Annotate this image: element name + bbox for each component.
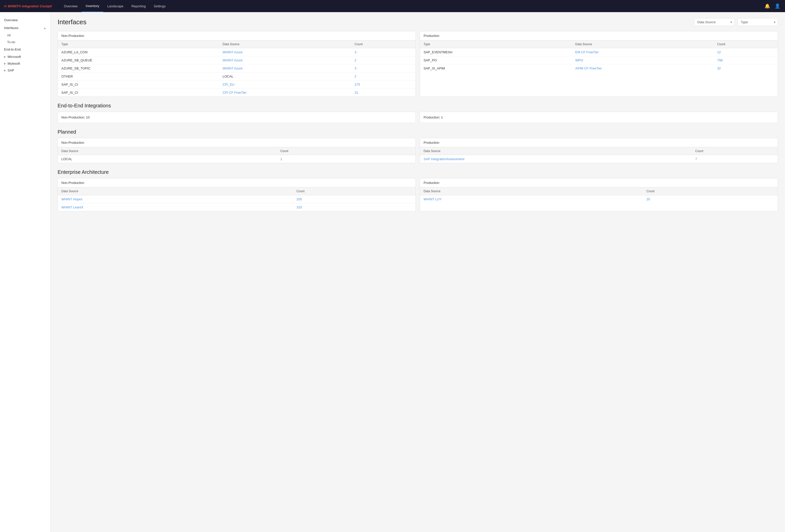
count-link[interactable]: 1	[280, 157, 282, 161]
main-layout: Overview Interfaces ▲ All To-do End-to-E…	[0, 12, 785, 532]
cell-count[interactable]: 7	[692, 155, 778, 163]
cell-datasource[interactable]: WHINT Azure	[219, 56, 351, 65]
sidebar-item-interfaces[interactable]: Interfaces ▲	[0, 24, 50, 32]
cell-datasource[interactable]: WHINT LUY	[420, 195, 643, 203]
datasource-link[interactable]: APIM CF FreeTier	[575, 67, 602, 70]
brand-logo: /> WHINT® Integration Cockpit	[4, 4, 52, 8]
planned-nonprod-col-ds: Data Source	[58, 147, 277, 155]
sidebar-item-all[interactable]: All	[0, 32, 50, 39]
count-link[interactable]: 7	[695, 157, 697, 161]
e2e-cards: Non-Production: 10 Production: 1	[57, 112, 778, 123]
nav-settings[interactable]: Settings	[150, 0, 170, 12]
cell-datasource[interactable]: WHINT Azure	[219, 48, 351, 56]
cell-datasource[interactable]: WHINT LeanIX	[58, 203, 293, 211]
count-link[interactable]: 2	[355, 75, 356, 78]
datasource-link[interactable]: EM CF FreeTier	[575, 50, 599, 54]
cell-datasource[interactable]: APIM CF FreeTier	[572, 65, 714, 73]
datasource-link[interactable]: CPI CF FreeTier	[223, 91, 247, 95]
interfaces-nonprod-card: Non-Production Type Data Source Count AZ…	[57, 31, 416, 97]
page-header: Interfaces Data Source Type	[57, 18, 778, 26]
datasource-link[interactable]: WHINT Azure	[223, 58, 243, 62]
cell-datasource[interactable]: WHINT Hopex	[58, 195, 293, 203]
cell-datasource[interactable]: SAP IntegrationAssessment	[420, 155, 692, 163]
cell-type: SAP_IS_CI	[58, 88, 219, 97]
cell-type: AZURE_SB_TOPIC	[58, 65, 219, 73]
datasource-link[interactable]: WHINT LUY	[424, 197, 441, 201]
cell-count[interactable]: 31	[351, 88, 415, 97]
planned-nonprod-thead-row: Data Source Count	[58, 147, 415, 155]
count-link[interactable]: 3	[355, 50, 356, 54]
cell-datasource: LOCAL	[58, 155, 277, 163]
datasource-link[interactable]: SAP IntegrationAssessment	[424, 157, 464, 161]
sidebar-item-end-to-end[interactable]: End-to-End	[0, 46, 50, 53]
nav-landscape[interactable]: Landscape	[103, 0, 128, 12]
table-row: WHINT Hopex205	[58, 195, 415, 203]
interfaces-nonprod-col-type: Type	[58, 41, 219, 48]
cell-datasource[interactable]: EM CF FreeTier	[572, 48, 714, 56]
cell-count[interactable]: 32	[713, 65, 778, 73]
mulesoft-chevron: ▶	[4, 62, 6, 65]
cell-count[interactable]: 12	[713, 48, 778, 56]
sidebar-item-microsoft[interactable]: ▶ Microsoft	[0, 53, 50, 60]
ea-nonprod-col-ds: Data Source	[58, 187, 293, 195]
cell-count[interactable]: 3	[351, 65, 415, 73]
datasource-link[interactable]: WHINT LeanIX	[61, 205, 83, 209]
nav-overview[interactable]: Overview	[60, 0, 82, 12]
table-row: SAP_POWPO798	[420, 56, 778, 65]
datasource-link[interactable]: CPI_EU	[223, 83, 234, 86]
ea-section-title: Enterprise Architecture	[57, 169, 778, 175]
sidebar: Overview Interfaces ▲ All To-do End-to-E…	[0, 12, 51, 532]
count-link[interactable]: 103	[297, 205, 302, 209]
count-link[interactable]: 31	[355, 91, 358, 95]
sidebar-item-sap[interactable]: ▶ SAP	[0, 67, 50, 74]
cell-count[interactable]: 2	[351, 56, 415, 65]
count-link[interactable]: 32	[717, 67, 720, 70]
interfaces-prod-table: Type Data Source Count SAP_EVENTMESHEM C…	[420, 41, 778, 72]
sidebar-item-todo[interactable]: To-do	[0, 39, 50, 46]
brand-prefix: />	[4, 4, 8, 8]
cell-count[interactable]: 103	[293, 203, 415, 211]
count-link[interactable]: 20	[646, 197, 650, 201]
count-link[interactable]: 275	[355, 83, 360, 86]
nav-inventory[interactable]: Inventory	[82, 0, 103, 12]
count-link[interactable]: 3	[355, 67, 356, 70]
user-icon[interactable]: 👤	[774, 2, 781, 9]
sidebar-item-overview[interactable]: Overview	[0, 16, 50, 24]
cell-datasource[interactable]: CPI_EU	[219, 81, 351, 88]
type-filter[interactable]: Type	[737, 18, 778, 26]
cell-datasource[interactable]: WHINT Azure	[219, 65, 351, 73]
cell-count[interactable]: 2	[351, 73, 415, 81]
cell-count[interactable]: 1	[277, 155, 415, 163]
cell-count[interactable]: 275	[351, 81, 415, 88]
table-row: WHINT LeanIX103	[58, 203, 415, 211]
datasource-link[interactable]: WHINT Azure	[223, 50, 243, 54]
ea-prod-col-count: Count	[643, 187, 778, 195]
datasource-filter[interactable]: Data Source	[694, 18, 734, 26]
cell-type: AZURE_LA_CON	[58, 48, 219, 56]
datasource-link[interactable]: WHINT Azure	[223, 67, 243, 70]
cell-count[interactable]: 205	[293, 195, 415, 203]
sidebar-item-mulesoft[interactable]: ▶ Mulesoft	[0, 60, 50, 67]
brand-name: WHINT® Integration Cockpit	[8, 4, 52, 8]
notification-icon[interactable]: 🔔	[764, 2, 771, 9]
cell-type: SAP_IS_CI	[58, 81, 219, 88]
cell-count[interactable]: 798	[713, 56, 778, 65]
microsoft-chevron: ▶	[4, 55, 6, 58]
cell-datasource[interactable]: CPI CF FreeTier	[219, 88, 351, 97]
count-link[interactable]: 12	[717, 50, 720, 54]
count-link[interactable]: 798	[717, 58, 723, 62]
table-row: SAP IntegrationAssessment7	[420, 155, 778, 163]
top-navigation: /> WHINT® Integration Cockpit Overview I…	[0, 0, 785, 12]
datasource-link[interactable]: WHINT Hopex	[61, 197, 83, 201]
nav-reporting[interactable]: Reporting	[127, 0, 150, 12]
table-row: SAP_IS_CICPI_EU275	[58, 81, 415, 88]
cell-datasource[interactable]: WPO	[572, 56, 714, 65]
cell-count[interactable]: 3	[351, 48, 415, 56]
cell-count[interactable]: 20	[643, 195, 778, 203]
interfaces-nonprod-table: Type Data Source Count AZURE_LA_CONWHINT…	[58, 41, 415, 97]
count-link[interactable]: 2	[355, 58, 356, 62]
count-link[interactable]: 205	[297, 197, 302, 201]
datasource-link[interactable]: WPO	[575, 58, 583, 62]
table-row: AZURE_SB_TOPICWHINT Azure3	[58, 65, 415, 73]
planned-prod-col-ds: Data Source	[420, 147, 692, 155]
